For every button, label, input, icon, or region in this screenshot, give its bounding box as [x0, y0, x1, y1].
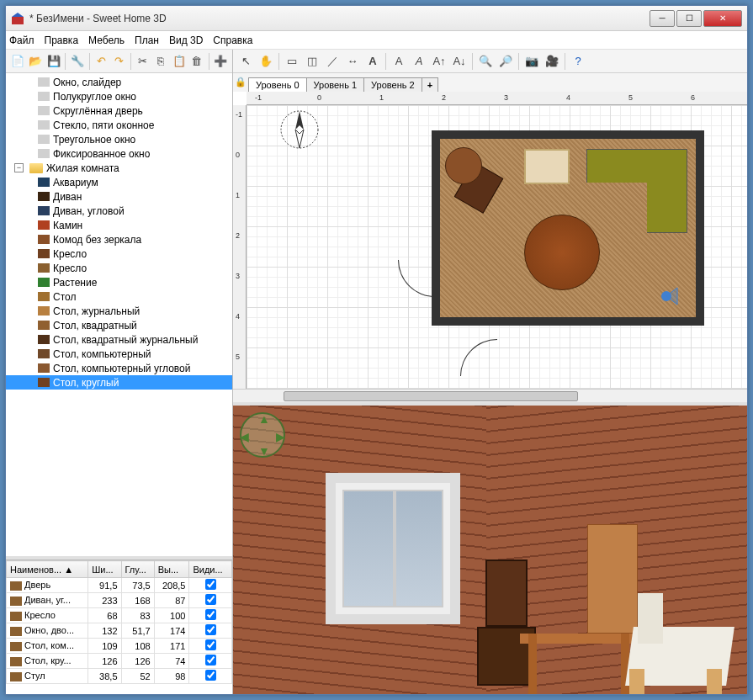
tree-item[interactable]: Кресло — [6, 261, 232, 275]
menu-edit[interactable]: Правка — [45, 34, 79, 46]
furn-camera[interactable] — [654, 284, 679, 309]
open-button[interactable]: 📂 — [27, 52, 43, 71]
tree-item[interactable]: Камин — [6, 218, 232, 232]
decrease-icon[interactable]: A↓ — [450, 52, 469, 71]
tab-level-0[interactable]: Уровень 0 — [248, 77, 307, 92]
tree-folder[interactable]: −Жилая комната — [6, 161, 232, 175]
table-row[interactable]: Диван, уг...23316887 — [7, 593, 232, 608]
camera-button[interactable]: 📷 — [522, 52, 541, 71]
visible-checkbox[interactable] — [205, 670, 216, 681]
table-row[interactable]: Кресло6883100 — [7, 608, 232, 623]
table-row[interactable]: Стол, кру...12612674 — [7, 654, 232, 669]
zoom-out-button[interactable]: 🔎 — [496, 52, 515, 71]
menu-furniture[interactable]: Мебель — [88, 34, 125, 46]
table-row[interactable]: Стул38,55298 — [7, 669, 232, 684]
nav-down-icon[interactable]: ▼ — [258, 444, 270, 458]
nav-up-icon[interactable]: ▲ — [258, 412, 270, 426]
close-button[interactable]: ✕ — [703, 10, 742, 27]
col-header[interactable]: Вы... — [154, 561, 189, 578]
tree-item[interactable]: Стол, квадратный журнальный — [6, 332, 232, 347]
redo-button[interactable]: ↷ — [111, 52, 127, 71]
room[interactable]: 18,93 м² — [432, 130, 704, 326]
minimize-button[interactable]: ─ — [650, 10, 675, 27]
save-button[interactable]: 💾 — [45, 52, 61, 71]
col-header[interactable]: Наименов... ▲ — [7, 561, 88, 578]
tree-item[interactable]: Растение — [6, 275, 232, 289]
visible-checkbox[interactable] — [205, 594, 216, 605]
furn-round-table[interactable] — [524, 215, 600, 290]
view-3d[interactable]: ▲ ▼ ◀ ▶ — [233, 406, 747, 694]
plan-canvas[interactable]: -101234567 -10123456 18,93 м² — [233, 92, 747, 389]
furn-corner-table[interactable] — [445, 147, 482, 184]
room-tool[interactable]: ◫ — [303, 52, 321, 71]
table-row[interactable]: Стол, ком...109108171 — [7, 639, 232, 654]
tree-item[interactable]: Фиксированное окно — [6, 146, 232, 161]
collapse-icon[interactable]: − — [14, 163, 24, 172]
col-header[interactable]: Глу... — [121, 561, 154, 578]
svg-marker-1 — [12, 13, 24, 17]
tree-item[interactable]: Стол — [6, 289, 232, 304]
wall-tool[interactable]: ▭ — [283, 52, 301, 71]
bold-icon[interactable]: A — [390, 52, 408, 71]
menu-3dview[interactable]: Вид 3D — [169, 34, 203, 46]
table-row[interactable]: Окно, дво...13251,7174 — [7, 623, 232, 639]
nav-right-icon[interactable]: ▶ — [276, 430, 285, 443]
polyline-tool[interactable]: ／ — [323, 52, 342, 71]
add-furniture-button[interactable]: ➕ — [213, 52, 229, 71]
italic-icon[interactable]: A — [410, 52, 428, 71]
select-tool[interactable]: ↖ — [236, 52, 255, 71]
tree-item[interactable]: Стол, компьютерный — [6, 347, 232, 361]
tree-item[interactable]: Комод без зеркала — [6, 232, 232, 247]
copy-button[interactable]: ⎘ — [152, 52, 168, 71]
tree-item[interactable]: Диван — [6, 189, 232, 204]
video-button[interactable]: 🎥 — [543, 52, 561, 71]
lock-icon[interactable]: 🔒 — [235, 77, 247, 88]
undo-button[interactable]: ↶ — [93, 52, 109, 71]
visible-checkbox[interactable] — [205, 624, 216, 635]
col-header[interactable]: Види... — [189, 561, 232, 578]
table-row[interactable]: Дверь91,573,5208,5 — [7, 578, 232, 593]
new-button[interactable]: 📄 — [9, 52, 25, 71]
furn-desk[interactable] — [524, 149, 570, 184]
visible-checkbox[interactable] — [205, 655, 216, 666]
tree-item[interactable]: Диван, угловой — [6, 204, 232, 218]
visible-checkbox[interactable] — [205, 579, 216, 590]
menu-help[interactable]: Справка — [213, 34, 252, 46]
nav-left-icon[interactable]: ◀ — [240, 430, 249, 443]
paste-button[interactable]: 📋 — [171, 52, 187, 71]
cut-button[interactable]: ✂ — [135, 52, 151, 71]
tree-item[interactable]: Стол, компьютерный угловой — [6, 361, 232, 375]
increase-icon[interactable]: A↑ — [430, 52, 448, 71]
tab-add-level[interactable]: + — [422, 77, 438, 92]
col-header[interactable]: Ши... — [88, 561, 121, 578]
tree-item[interactable]: Стекло, пяти оконное — [6, 118, 232, 132]
tree-item[interactable]: Скруглённая дверь — [6, 103, 232, 118]
tab-level-1[interactable]: Уровень 1 — [306, 77, 365, 92]
maximize-button[interactable]: ☐ — [676, 10, 702, 27]
plan-scrollbar-h[interactable] — [233, 389, 747, 402]
menu-file[interactable]: Файл — [9, 34, 34, 46]
tree-item[interactable]: Кресло — [6, 247, 232, 261]
catalog-tree[interactable]: Окно, слайдерПолукруглое окноСкруглённая… — [6, 73, 232, 559]
dimension-tool[interactable]: ↔ — [343, 52, 362, 71]
menu-plan[interactable]: План — [135, 34, 159, 46]
delete-button[interactable]: 🗑 — [188, 52, 204, 71]
tree-item[interactable]: Полукруглое окно — [6, 89, 232, 103]
prefs-button[interactable]: 🔧 — [69, 52, 85, 71]
help-button[interactable]: ? — [569, 52, 587, 71]
tree-item[interactable]: Треугольное окно — [6, 132, 232, 146]
tree-item[interactable]: Окно, слайдер — [6, 75, 232, 89]
pan-tool[interactable]: ✋ — [257, 52, 275, 71]
tree-item[interactable]: Стол, квадратный — [6, 318, 232, 332]
tab-level-2[interactable]: Уровень 2 — [363, 77, 422, 92]
tree-item[interactable]: Аквариум — [6, 175, 232, 189]
zoom-in-button[interactable]: 🔍 — [476, 52, 495, 71]
tree-item[interactable]: Стол, журнальный — [6, 304, 232, 318]
compass-icon[interactable] — [278, 109, 321, 151]
furniture-table[interactable]: Наименов... ▲Ши...Глу...Вы...Види...Двер… — [6, 559, 232, 694]
nav-widget[interactable]: ▲ ▼ ◀ ▶ — [240, 412, 285, 458]
text-tool[interactable]: A — [363, 52, 382, 71]
tree-item[interactable]: Стол, круглый — [6, 375, 232, 390]
visible-checkbox[interactable] — [205, 639, 216, 650]
visible-checkbox[interactable] — [205, 609, 216, 620]
